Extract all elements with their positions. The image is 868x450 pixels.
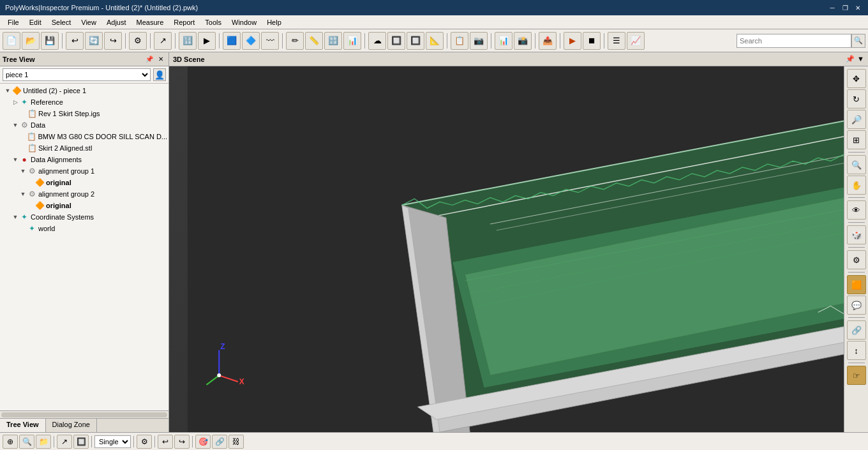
bt-btn-3[interactable]: 📁 [36,435,51,449]
list-btn[interactable]: ☰ [608,32,625,50]
rt-zoom-in-button[interactable]: 🔍 [847,155,866,174]
expand-reference-icon[interactable]: ▷ [11,99,19,105]
select-btn-1[interactable]: 🔢 [179,32,197,50]
scene-3d-viewport[interactable]: Z X ✥ ↻ 🔎 ⊞ [169,66,868,432]
expand-ag2-icon[interactable]: ▼ [19,191,27,197]
menu-measure[interactable]: Measure [131,17,169,27]
play-btn[interactable]: ▶ [564,32,581,50]
rt-connection-button[interactable]: ↕ [847,341,866,360]
tree-node-alignments[interactable]: ▼ ● Data Alignments [0,154,168,165]
tree-node-skirt[interactable]: 📋 Skirt 2 Aligned.stl [0,142,168,154]
menu-window[interactable]: Window [227,17,262,27]
rt-pointer-button[interactable]: ☞ [847,366,866,385]
close-button[interactable]: ✕ [853,3,863,13]
tree-node-reference[interactable]: ▷ ✦ Reference [0,96,168,108]
menu-tools[interactable]: Tools [200,17,227,27]
bt-target-button[interactable]: 🎯 [195,435,211,449]
tree-node-rev1[interactable]: 📋 Rev 1 Skirt Step.igs [0,108,168,119]
stop-btn[interactable]: ⏹ [583,32,601,50]
scene-btn-3[interactable]: 〰 [261,32,279,50]
rt-zoom-button[interactable]: 🔎 [847,110,866,129]
bt-btn-2[interactable]: 🔍 [19,435,34,449]
search-button[interactable]: 🔍 [851,34,865,48]
expand-root-icon[interactable]: ▼ [4,87,11,94]
rt-move-button[interactable]: ✥ [847,69,866,88]
tree-horizontal-scrollbar[interactable] [0,410,168,418]
menu-select[interactable]: Select [47,17,77,27]
rt-3d-button[interactable]: 🎲 [847,225,866,244]
tree-node-world[interactable]: ✦ world [0,223,168,234]
measure-btn-1[interactable]: ✏ [286,32,304,50]
tree-node-orig2[interactable]: 🔶 original [0,200,168,211]
bt-redo-button[interactable]: ↪ [174,435,190,449]
bt-link2-button[interactable]: ⛓ [228,435,244,449]
select-btn-2[interactable]: ▶ [198,32,216,50]
tree-close-button[interactable]: ✕ [156,54,166,64]
restore-button[interactable]: ❐ [840,3,850,13]
scene-btn-2[interactable]: 🔷 [242,32,260,50]
tree-node-data[interactable]: ▼ ⚙ Data [0,119,168,131]
tree-node-coord[interactable]: ▼ ✦ Coordinate Systems [0,211,168,223]
minimize-button[interactable]: ─ [827,3,837,13]
add-piece-button[interactable]: 👤 [153,68,166,81]
tree-pin-button[interactable]: 📌 [144,54,154,64]
export-btn[interactable]: 📤 [539,32,557,50]
menu-edit[interactable]: Edit [24,17,47,27]
tree-node-bmw[interactable]: 📋 BMW M3 G80 CS DOOR SILL SCAN D... [0,131,168,142]
report-btn-2[interactable]: 📷 [470,32,488,50]
open-button[interactable]: 📂 [22,32,40,50]
rt-rotate-button[interactable]: ↻ [847,89,866,109]
menu-help[interactable]: Help [262,17,287,27]
cloud-btn[interactable]: ☁ [368,32,386,50]
scan-btn-3[interactable]: 📐 [426,32,444,50]
rt-active-button[interactable]: 🟧 [847,275,866,294]
measure-btn-2[interactable]: 📏 [305,32,323,50]
save-button[interactable]: 💾 [41,32,59,50]
scan-btn-1[interactable]: 🔲 [387,32,405,50]
chart-btn[interactable]: 📈 [627,32,645,50]
tree-node-orig1[interactable]: 🔶 original [0,177,168,188]
measure-btn-4[interactable]: 📊 [343,32,361,50]
scan-btn-2[interactable]: 🔲 [407,32,424,50]
refresh-button[interactable]: 🔄 [85,32,103,50]
bt-btn-1[interactable]: ⊕ [3,435,18,449]
menu-file[interactable]: File [3,17,24,27]
rt-settings-button[interactable]: ⚙ [847,250,866,269]
tree-node-root[interactable]: ▼ 🔶 Untitled (2) - piece 1 [0,85,168,96]
bt-btn-6[interactable]: ⚙ [137,435,152,449]
tab-tree-view[interactable]: Tree View [0,419,46,432]
mode-selector[interactable]: Single [94,435,131,448]
rt-comment-button[interactable]: 💬 [847,296,866,315]
bt-connect-button[interactable]: 🔗 [212,435,227,449]
camera-btn[interactable]: 📸 [514,32,532,50]
rt-link-button[interactable]: 🔗 [847,320,866,340]
tree-node-ag1[interactable]: ▼ ⚙ alignment group 1 [0,165,168,177]
tab-dialog-zone[interactable]: Dialog Zone [46,419,97,432]
piece-dropdown[interactable]: piece 1 [3,68,151,81]
scene-expand-button[interactable]: ▼ [857,55,864,63]
bt-btn-5[interactable]: 🔲 [73,435,89,449]
undo-button[interactable]: ↩ [66,32,84,50]
report-btn-1[interactable]: 📋 [451,32,468,50]
expand-data-icon[interactable]: ▼ [11,122,19,128]
tree-node-ag2[interactable]: ▼ ⚙ alignment group 2 [0,188,168,200]
rt-view-button[interactable]: 👁 [847,200,866,220]
bt-undo-button[interactable]: ↩ [158,435,173,449]
scene-btn-1[interactable]: 🟦 [223,32,241,50]
menu-report[interactable]: Report [168,17,200,27]
bt-btn-4[interactable]: ↗ [57,435,72,449]
redo-button[interactable]: ↪ [104,32,122,50]
new-button[interactable]: 📄 [3,32,20,50]
expand-alignments-icon[interactable]: ▼ [11,156,19,163]
expand-ag1-icon[interactable]: ▼ [19,168,27,174]
measure-btn-3[interactable]: 🔡 [324,32,342,50]
table-btn[interactable]: 📊 [495,32,513,50]
menu-adjust[interactable]: Adjust [101,17,131,27]
search-input[interactable] [737,34,851,48]
transform-button[interactable]: ↗ [154,32,172,50]
scrollbar-track[interactable] [1,412,167,417]
rt-fit-button[interactable]: ⊞ [847,130,866,149]
scene-pin-button[interactable]: 📌 [846,55,855,63]
expand-coord-icon[interactable]: ▼ [11,214,19,220]
settings-button[interactable]: ⚙ [129,32,147,50]
